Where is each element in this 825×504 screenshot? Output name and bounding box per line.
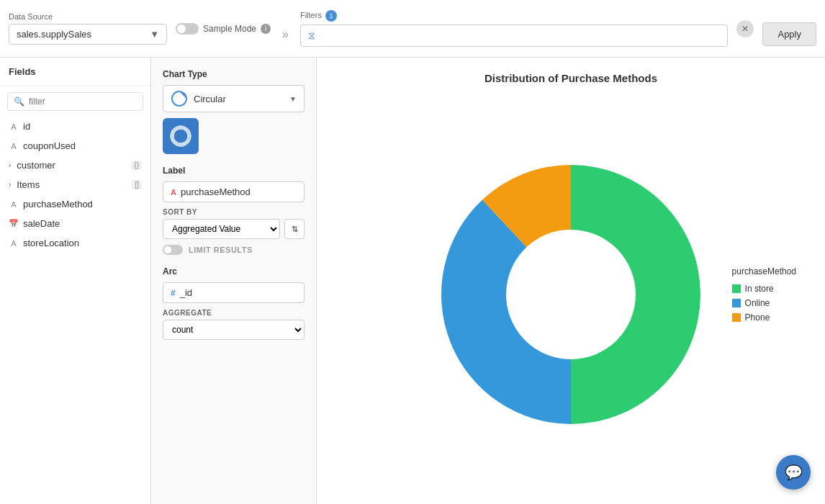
toggle-knob xyxy=(164,246,171,253)
arc-section: Arc # _id AGGREGATE count sum avg min ma… xyxy=(163,266,305,340)
chart-type-left: Circular xyxy=(171,90,226,107)
filters-count-badge: 1 xyxy=(325,10,337,22)
label-section: Label A purchaseMethod SORT BY Aggregate… xyxy=(163,166,305,255)
sidebar: Fields 🔍 A id A couponUsed › customer {}… xyxy=(0,58,151,504)
donut-chart-svg xyxy=(420,143,722,446)
field-name-purchaseMethod: purchaseMethod xyxy=(23,199,142,210)
chart-type-label: Circular xyxy=(194,94,226,104)
legend-label-online: Online xyxy=(745,298,770,308)
data-source-section: Data Source sales.supplySales ▼ xyxy=(9,12,167,45)
limit-results-toggle[interactable] xyxy=(163,245,183,255)
list-item[interactable]: › Items [] xyxy=(0,175,150,194)
field-hash-icon: # xyxy=(171,288,176,298)
data-source-select[interactable]: sales.supplySales ▼ xyxy=(9,24,167,45)
chevron-down-icon: ▼ xyxy=(289,95,297,103)
legend-color-online xyxy=(732,299,741,307)
field-name-couponUsed: couponUsed xyxy=(23,140,142,151)
field-type-text-icon: A xyxy=(9,142,19,150)
chart-area: Distribution of Purchase Methods xyxy=(317,58,825,504)
field-type-text-icon: A xyxy=(9,239,19,248)
sample-mode-toggle[interactable] xyxy=(176,23,199,35)
legend-item-in-store: In store xyxy=(732,284,796,294)
arc-field-name: _id xyxy=(180,287,192,298)
field-badge-object: {} xyxy=(131,161,142,170)
list-item[interactable]: A couponUsed xyxy=(0,136,150,156)
sort-by-select[interactable]: Aggregated Value Alphabetical Natural xyxy=(163,219,280,239)
clear-filters-button[interactable]: ✕ xyxy=(736,20,754,37)
legend-color-phone xyxy=(732,313,741,322)
data-source-value: sales.supplySales xyxy=(17,29,91,40)
chart-type-selector[interactable]: Circular ▼ xyxy=(163,85,305,112)
chevron-down-icon: ▼ xyxy=(150,29,159,40)
sample-mode-section: Sample Mode i xyxy=(176,23,271,35)
filters-label: Filters 1 xyxy=(300,10,729,22)
expand-icon[interactable]: › xyxy=(9,181,11,189)
field-name-items: Items xyxy=(17,179,127,190)
label-field-name: purchaseMethod xyxy=(181,186,251,197)
top-bar: Data Source sales.supplySales ▼ Sample M… xyxy=(0,0,825,58)
field-name-saleDate: saleDate xyxy=(23,218,142,229)
list-item[interactable]: A purchaseMethod xyxy=(0,194,150,214)
toggle-knob xyxy=(177,24,186,33)
chart-variants xyxy=(163,118,305,154)
field-type-date-icon: 📅 xyxy=(9,219,19,228)
list-item[interactable]: A storeLocation xyxy=(0,233,150,253)
field-type-text-icon: A xyxy=(9,122,19,131)
donut-variant-button[interactable] xyxy=(163,118,199,154)
arc-field: # _id xyxy=(163,282,305,303)
filters-bar[interactable]: ⧖ xyxy=(300,24,729,47)
legend-item-online: Online xyxy=(732,298,796,308)
chart-type-section: Chart Type Circular ▼ xyxy=(163,69,305,154)
field-type-icon: A xyxy=(171,188,176,197)
filters-section: Filters 1 ⧖ xyxy=(300,10,729,47)
aggregate-label: AGGREGATE xyxy=(163,309,305,317)
label-field: A purchaseMethod xyxy=(163,181,305,202)
chat-button[interactable]: 💬 xyxy=(776,455,811,490)
list-item[interactable]: › customer {} xyxy=(0,156,150,175)
sort-by-label: SORT BY xyxy=(163,208,305,216)
field-name-id: id xyxy=(23,121,142,132)
chart-type-title: Chart Type xyxy=(163,69,305,79)
pipe-arrow-icon: » xyxy=(282,28,289,41)
chart-container: purchaseMethod In store Online Phone xyxy=(331,99,811,490)
legend-label-phone: Phone xyxy=(745,312,770,323)
limit-toggle-row: LIMIT RESULTS xyxy=(163,245,305,255)
middle-panel: Chart Type Circular ▼ xyxy=(151,58,317,504)
svg-point-2 xyxy=(172,127,189,145)
search-icon: 🔍 xyxy=(14,96,24,107)
chart-title: Distribution of Purchase Methods xyxy=(331,72,811,84)
filter-icon: ⧖ xyxy=(308,30,315,42)
chart-legend: purchaseMethod In store Online Phone xyxy=(732,266,796,323)
sample-mode-info-icon[interactable]: i xyxy=(261,24,271,34)
field-type-text-icon: A xyxy=(9,200,19,209)
search-filter[interactable]: 🔍 xyxy=(7,92,143,111)
sort-select-row: Aggregated Value Alphabetical Natural ⇅ xyxy=(163,219,305,239)
legend-title: purchaseMethod xyxy=(732,266,796,276)
field-list: A id A couponUsed › customer {} › Items … xyxy=(0,117,150,504)
donut-hole xyxy=(507,230,635,359)
list-item[interactable]: 📅 saleDate xyxy=(0,214,150,233)
field-badge-array: [] xyxy=(132,180,142,189)
field-name-storeLocation: storeLocation xyxy=(23,238,142,248)
list-item[interactable]: A id xyxy=(0,117,150,136)
data-source-label: Data Source xyxy=(9,12,167,21)
arc-title: Arc xyxy=(163,266,305,276)
legend-color-in-store xyxy=(732,284,741,293)
main-content: Fields 🔍 A id A couponUsed › customer {}… xyxy=(0,58,825,504)
legend-item-phone: Phone xyxy=(732,312,796,323)
limit-results-label: LIMIT RESULTS xyxy=(189,246,253,254)
field-name-customer: customer xyxy=(17,160,127,171)
circular-chart-icon xyxy=(171,90,188,107)
chat-icon: 💬 xyxy=(785,464,803,481)
sidebar-header: Fields xyxy=(0,58,150,86)
apply-button[interactable]: Apply xyxy=(762,22,816,46)
legend-label-in-store: In store xyxy=(745,284,774,294)
search-input[interactable] xyxy=(29,96,137,107)
label-title: Label xyxy=(163,166,305,176)
expand-icon[interactable]: › xyxy=(9,161,11,169)
aggregate-select[interactable]: count sum avg min max xyxy=(163,320,305,340)
sample-mode-label: Sample Mode xyxy=(203,24,256,34)
donut-icon xyxy=(170,125,191,147)
sort-direction-button[interactable]: ⇅ xyxy=(284,219,305,239)
